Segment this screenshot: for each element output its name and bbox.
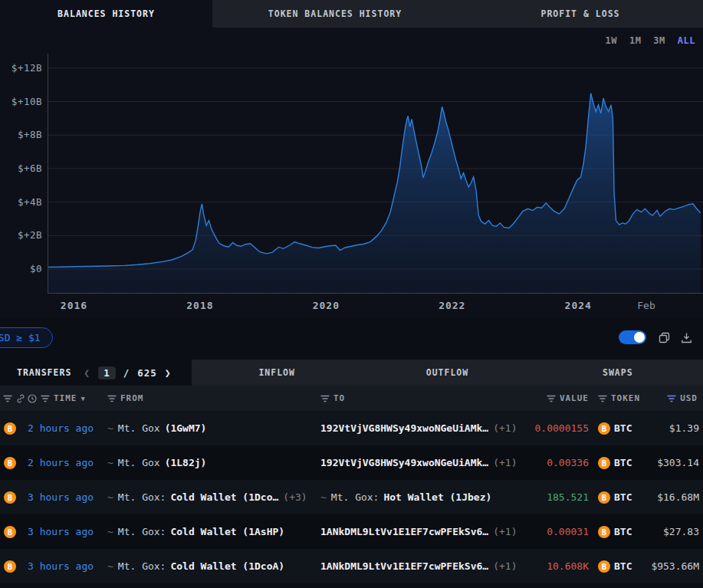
table-row[interactable]: B2 hours ago~Mt. Gox(1L82j)192VtVjVG8HWS… [0,445,703,480]
entity-icon: ~ [107,560,113,572]
filter-icon[interactable] [547,395,556,402]
to-label: 192VtVjVG8HWSy49xwoNGeUiAMk… [320,422,488,434]
tx-usd-value: $953.66M [642,560,699,572]
tab-swaps[interactable]: SWAPS [533,360,703,386]
tx-value: 0.00031 [521,526,589,537]
usd-threshold-filter-chip[interactable]: USD ≥ $1 [0,327,53,348]
to-cell[interactable]: 1ANkDML9LtVv1E1EF7cwPFEkSv6…(+1) [320,560,521,572]
chevron-down-icon[interactable]: ▼ [81,395,86,402]
table-row[interactable]: B3 hours ago~Mt. Gox:Cold Wallet (1DcoA)… [0,549,703,583]
btc-icon: B [598,422,610,435]
filter-icon[interactable] [320,395,330,402]
clock-icon[interactable] [28,394,37,403]
balances-chart-section: 1W 1M 3M ALL $+12B$+10B$+8B$+6B$+4B$+2B$… [0,28,703,318]
table-header-row: TIME ▼ FROM TO VALUE TOKEN USD [0,386,703,411]
x-tick-label: 2024 [565,300,592,311]
btc-icon: B [598,491,610,504]
token-symbol: BTC [614,560,632,572]
filter-icon-active[interactable] [667,395,676,402]
to-extra: (+1) [493,560,517,572]
chart-canvas [0,54,703,294]
to-cell[interactable]: 192VtVjVG8HWSy49xwoNGeUiAMk…(+1) [320,457,521,468]
copy-button[interactable] [659,332,670,343]
column-from[interactable]: FROM [120,393,144,403]
page-prev-icon[interactable]: ❮ [84,367,90,379]
column-usd[interactable]: USD [680,393,698,403]
column-value[interactable]: VALUE [560,393,589,403]
tx-time-link[interactable]: 3 hours ago [28,526,107,537]
range-all-button[interactable]: ALL [678,35,695,46]
x-tick-label: Feb [637,300,655,311]
top-tabbar: BALANCES HISTORY TOKEN BALANCES HISTORY … [0,0,703,28]
x-tick-label: 2016 [61,300,87,311]
entity-icon: ~ [107,457,113,468]
tx-usd-value: $303.14 [642,457,699,468]
tx-usd-value: $27.83 [642,526,699,537]
page-number: 1 [98,366,116,379]
tab-balances-history[interactable]: BALANCES HISTORY [0,0,212,28]
page-next-icon[interactable]: ❯ [165,367,172,379]
copy-icon [659,332,670,343]
btc-icon: B [598,560,610,573]
to-extra: (+1) [493,526,517,537]
chart-toggle-switch[interactable] [619,330,646,344]
table-row[interactable]: B3 hours ago~Mt. Gox:Cold Wallet (1AsHP)… [0,514,703,549]
from-cell[interactable]: ~Mt. Gox:Cold Wallet (1DcoA) [107,560,320,572]
link-icon[interactable] [16,394,25,403]
to-extra: (+1) [493,422,517,434]
y-tick-label: $+8B [0,129,42,140]
to-cell[interactable]: 192VtVjVG8HWSy49xwoNGeUiAMk…(+1) [320,422,521,434]
y-tick-label: $0 [0,263,42,274]
tab-token-balances-history[interactable]: TOKEN BALANCES HISTORY [212,0,458,28]
tx-value: 10.608K [521,560,589,572]
table-row[interactable]: B3 hours ago~Mt. Gox:Cold Wallet (1Dco…(… [0,480,703,514]
tx-time-link[interactable]: 3 hours ago [28,491,107,503]
column-token[interactable]: TOKEN [611,393,640,403]
range-1w-button[interactable]: 1W [605,35,616,46]
from-cell[interactable]: ~Mt. Gox:Cold Wallet (1AsHP) [107,526,320,537]
column-time[interactable]: TIME [54,393,77,403]
download-button[interactable] [681,332,692,343]
tx-time-link[interactable]: 3 hours ago [28,560,107,572]
to-cell[interactable]: ~Mt. Gox:Hot Wallet (1Jbez) [320,491,521,503]
btc-icon: B [4,457,16,469]
from-extra: (+3) [283,491,307,503]
tx-usd-value: $1.39 [642,422,699,434]
range-3m-button[interactable]: 3M [653,35,665,46]
tab-outflow[interactable]: OUTFLOW [362,360,532,386]
entity-icon: ~ [107,422,113,434]
row-asset-cell: B [0,491,28,504]
range-1m-button[interactable]: 1M [629,35,641,46]
btc-icon: B [4,491,16,504]
btc-icon: B [4,422,16,435]
tx-time-link[interactable]: 2 hours ago [28,422,107,434]
y-tick-label: $+10B [0,96,42,107]
x-tick-label: 2018 [186,300,213,311]
filter-icon[interactable] [598,395,607,402]
from-cell[interactable]: ~Mt. Gox:Cold Wallet (1Dco…(+3) [107,491,320,503]
tab-profit-loss[interactable]: PROFIT & LOSS [458,0,703,28]
to-label: 192VtVjVG8HWSy49xwoNGeUiAMk… [320,457,488,468]
tab-inflow[interactable]: INFLOW [192,360,362,386]
y-tick-label: $+2B [0,229,42,241]
toggle-knob [634,332,645,343]
tx-value: 0.00336 [521,457,589,468]
filter-icon[interactable] [3,395,12,402]
to-cell[interactable]: 1ANkDML9LtVv1E1EF7cwPFEkSv6…(+1) [320,526,521,537]
table-row[interactable]: B2 hours ago~Mt. Gox(1GwM7)192VtVjVG8HWS… [0,411,703,445]
page-separator: / [123,367,130,379]
btc-icon: B [598,526,610,538]
from-cell[interactable]: ~Mt. Gox(1L82j) [107,457,320,468]
balance-history-chart[interactable]: $+12B$+10B$+8B$+6B$+4B$+2B$0 [0,54,703,294]
x-tick-label: 2022 [439,300,465,311]
from-label: (1GwM7) [165,422,207,434]
tab-transfers[interactable]: TRANSFERS ❮ 1 / 625 ❯ [0,360,192,386]
from-cell[interactable]: ~Mt. Gox(1GwM7) [107,422,320,434]
column-to[interactable]: TO [333,393,345,403]
entity-icon: ~ [107,491,113,503]
tx-time-link[interactable]: 2 hours ago [28,457,107,468]
tx-token-cell: BBTC [589,457,642,469]
filter-icon[interactable] [107,395,117,402]
btc-icon: B [4,560,16,573]
filter-icon[interactable] [41,395,50,402]
